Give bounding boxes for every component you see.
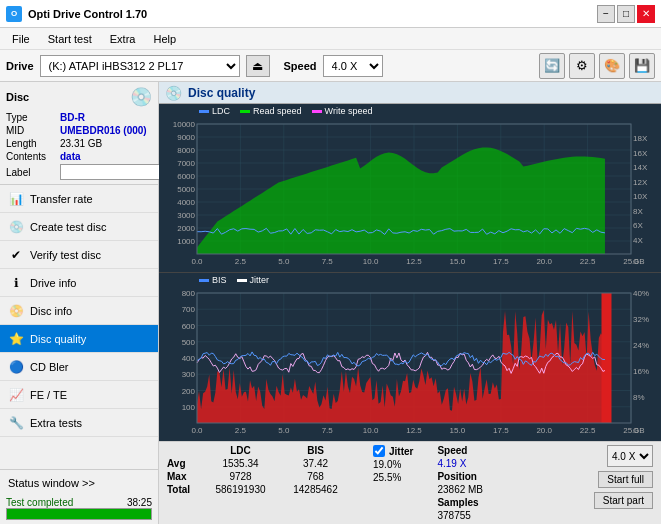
total-ldc: 586191930 [203, 484, 278, 495]
total-samples: 378755 [437, 510, 483, 521]
start-part-button[interactable]: Start part [594, 492, 653, 509]
drive-label: Drive [6, 60, 34, 72]
nav-drive-info-label: Drive info [30, 277, 76, 289]
nav-disc-quality[interactable]: ⭐ Disc quality [0, 325, 158, 353]
legend-jitter: Jitter [237, 275, 270, 285]
progress-bar-outer [6, 508, 152, 520]
max-jitter: 25.5% [373, 472, 413, 483]
stats-speed-select[interactable]: 4.0 X [607, 445, 653, 467]
ldc-dot [199, 110, 209, 113]
progress-text-row: Test completed 38:25 [6, 497, 152, 508]
speed-label: Speed [284, 60, 317, 72]
maximize-button[interactable]: □ [617, 5, 635, 23]
bis-dot [199, 279, 209, 282]
app-icon: O [6, 6, 22, 22]
refresh-button[interactable]: 🔄 [539, 53, 565, 79]
progress-row: Test completed 38:25 [0, 495, 158, 524]
ldc-label: LDC [212, 106, 230, 116]
create-test-disc-icon: 💿 [8, 219, 24, 235]
nav-verify-test-disc[interactable]: ✔ Verify test disc [0, 241, 158, 269]
close-button[interactable]: ✕ [637, 5, 655, 23]
disc-info-icon: 📀 [8, 303, 24, 319]
chart-bottom-legend: BIS Jitter [199, 275, 269, 285]
nav-transfer-rate[interactable]: 📊 Transfer rate [0, 185, 158, 213]
position-header: Position [437, 471, 483, 482]
disc-type-key: Type [6, 112, 56, 123]
stats-ldc-header: LDC [203, 445, 278, 456]
jitter-header: Jitter [389, 446, 413, 457]
speed-select[interactable]: 4.0 X [323, 55, 383, 77]
fe-te-icon: 📈 [8, 387, 24, 403]
eject-button[interactable]: ⏏ [246, 55, 270, 77]
max-bis: 768 [278, 471, 353, 482]
nav-create-test-disc[interactable]: 💿 Create test disc [0, 213, 158, 241]
nav-extra-tests[interactable]: 🔧 Extra tests [0, 409, 158, 437]
disc-quality-icon-header: 💿 [165, 85, 182, 101]
avg-jitter: 19.0% [373, 459, 413, 470]
settings-button[interactable]: ⚙ [569, 53, 595, 79]
nav-fe-te[interactable]: 📈 FE / TE [0, 381, 158, 409]
jitter-dot [237, 279, 247, 282]
content-area: 💿 Disc quality LDC Read speed [159, 82, 661, 524]
app-title: Opti Drive Control 1.70 [28, 8, 147, 20]
avg-ldc: 1535.34 [203, 458, 278, 469]
title-bar: O Opti Drive Control 1.70 − □ ✕ [0, 0, 661, 28]
jitter-checkbox[interactable] [373, 445, 385, 457]
menu-start-test[interactable]: Start test [40, 31, 100, 47]
nav-disc-info[interactable]: 📀 Disc info [0, 297, 158, 325]
disc-quality-title: Disc quality [188, 86, 255, 100]
disc-panel: Disc 💿 Type BD-R MID UMEBDR016 (000) Len… [0, 82, 158, 185]
total-bis: 14285462 [278, 484, 353, 495]
legend-ldc: LDC [199, 106, 230, 116]
stats-bis-header: BIS [278, 445, 353, 456]
nav-cd-bier-label: CD Bler [30, 361, 69, 373]
start-full-button[interactable]: Start full [598, 471, 653, 488]
drive-select[interactable]: (K:) ATAPI iHBS312 2 PL17 [40, 55, 240, 77]
legend-write-speed: Write speed [312, 106, 373, 116]
write-speed-dot [312, 110, 322, 113]
disc-quality-header: 💿 Disc quality [159, 82, 661, 104]
nav-drive-info[interactable]: ℹ Drive info [0, 269, 158, 297]
drive-toolbar: Drive (K:) ATAPI iHBS312 2 PL17 ⏏ Speed … [0, 50, 661, 82]
menu-extra[interactable]: Extra [102, 31, 144, 47]
drive-info-icon: ℹ [8, 275, 24, 291]
disc-panel-icon: 💿 [130, 86, 152, 108]
nav-disc-quality-label: Disc quality [30, 333, 86, 345]
nav-transfer-rate-label: Transfer rate [30, 193, 93, 205]
menu-bar: File Start test Extra Help [0, 28, 661, 50]
title-bar-controls: − □ ✕ [597, 5, 655, 23]
read-speed-label: Read speed [253, 106, 302, 116]
total-label: Total [167, 484, 203, 495]
disc-contents-key: Contents [6, 151, 56, 162]
transfer-rate-icon: 📊 [8, 191, 24, 207]
disc-mid-val: UMEBDR016 (000) [60, 125, 147, 136]
avg-speed: 4.19 X [437, 458, 483, 469]
progress-bar-inner [7, 509, 151, 519]
disc-mid-key: MID [6, 125, 56, 136]
disc-type-val: BD-R [60, 112, 85, 123]
menu-help[interactable]: Help [145, 31, 184, 47]
save-button[interactable]: 💾 [629, 53, 655, 79]
status-window-button[interactable]: Status window >> [0, 469, 158, 495]
charts-area: LDC Read speed Write speed [159, 104, 661, 441]
menu-file[interactable]: File [4, 31, 38, 47]
nav-cd-bier[interactable]: 🔵 CD Bler [0, 353, 158, 381]
disc-length-val: 23.31 GB [60, 138, 102, 149]
title-bar-left: O Opti Drive Control 1.70 [6, 6, 147, 22]
samples-header: Samples [437, 497, 483, 508]
speed-header: Speed [437, 445, 483, 456]
color-button[interactable]: 🎨 [599, 53, 625, 79]
minimize-button[interactable]: − [597, 5, 615, 23]
main-layout: Disc 💿 Type BD-R MID UMEBDR016 (000) Len… [0, 82, 661, 524]
chart-top: LDC Read speed Write speed [159, 104, 661, 273]
avg-bis: 37.42 [278, 458, 353, 469]
nav-fe-te-label: FE / TE [30, 389, 67, 401]
cd-bier-icon: 🔵 [8, 359, 24, 375]
verify-test-disc-icon: ✔ [8, 247, 24, 263]
avg-label: Avg [167, 458, 203, 469]
sidebar: Disc 💿 Type BD-R MID UMEBDR016 (000) Len… [0, 82, 159, 524]
nav-verify-test-disc-label: Verify test disc [30, 249, 101, 261]
nav-create-test-disc-label: Create test disc [30, 221, 106, 233]
status-completed-text: Test completed [6, 497, 73, 508]
jitter-label-legend: Jitter [250, 275, 270, 285]
